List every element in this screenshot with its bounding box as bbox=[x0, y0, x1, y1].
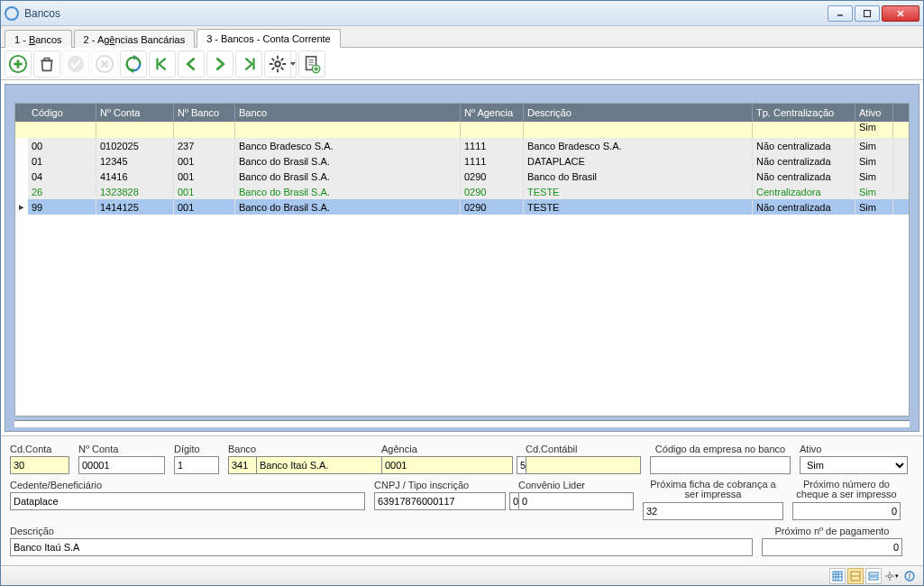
view-form-icon[interactable] bbox=[847, 568, 864, 584]
titlebar: Bancos bbox=[1, 1, 923, 26]
data-grid[interactable]: Código Nº Conta Nº Banco Banco Nº Agenci… bbox=[14, 103, 910, 417]
input-convenio[interactable] bbox=[518, 492, 634, 510]
cell-tpcentral: Não centralizada bbox=[753, 153, 855, 169]
new-document-button[interactable] bbox=[298, 50, 325, 78]
cell-descricao: Banco Bradesco S.A. bbox=[524, 138, 753, 153]
grid-panel: Código Nº Conta Nº Banco Banco Nº Agenci… bbox=[5, 84, 919, 432]
cell-nbanco: 001 bbox=[174, 199, 235, 215]
cell-ativo: Sim bbox=[855, 169, 893, 184]
input-cdconta[interactable] bbox=[10, 456, 69, 474]
input-proxpag[interactable] bbox=[762, 538, 902, 556]
input-nconta[interactable] bbox=[78, 456, 165, 474]
prev-button[interactable] bbox=[178, 50, 205, 78]
cell-banco: Banco do Brasil S.A. bbox=[235, 184, 461, 199]
label-descricao: Descrição bbox=[10, 526, 753, 536]
filter-banco[interactable] bbox=[235, 122, 461, 138]
svg-rect-28 bbox=[869, 572, 878, 575]
cell-nconta: 41416 bbox=[96, 169, 174, 184]
view-card-icon[interactable] bbox=[865, 568, 882, 584]
last-button[interactable] bbox=[235, 50, 262, 78]
cell-banco: Banco do Brasil S.A. bbox=[235, 199, 461, 215]
table-row[interactable]: 261323828001Banco do Brasil S.A.0290TEST… bbox=[28, 184, 909, 199]
cell-tpcentral: Centralizadora bbox=[753, 184, 855, 199]
delete-button[interactable] bbox=[33, 50, 60, 78]
window-title: Bancos bbox=[24, 7, 828, 20]
confirm-button bbox=[62, 50, 89, 78]
input-proxficha[interactable] bbox=[643, 502, 783, 520]
status-bar: ▾ i bbox=[1, 565, 923, 585]
tab-conta-corrente[interactable]: 3 - Bancos - Conta Corrente bbox=[197, 29, 341, 48]
cell-tpcentral: Não centralizada bbox=[753, 169, 855, 184]
input-cedente[interactable] bbox=[10, 492, 365, 510]
col-header-nagencia[interactable]: Nº Agencia bbox=[461, 104, 524, 122]
row-indicator: ▸ bbox=[15, 199, 28, 215]
info-icon[interactable]: i bbox=[901, 568, 918, 584]
cell-descricao: DATAPLACE bbox=[524, 153, 753, 169]
filter-ativo[interactable]: Sim bbox=[855, 122, 893, 138]
filter-nagencia[interactable] bbox=[461, 122, 524, 138]
close-button[interactable] bbox=[882, 5, 919, 22]
settings-button[interactable] bbox=[264, 50, 291, 78]
label-nconta: Nº Conta bbox=[78, 444, 165, 454]
tab-agencias[interactable]: 2 - Agências Bancárias bbox=[74, 30, 196, 48]
input-banco[interactable] bbox=[257, 456, 388, 474]
grid-horizontal-scroll[interactable] bbox=[14, 420, 910, 427]
window: Bancos 1 - Bancos 2 - Agências Bancárias… bbox=[0, 0, 924, 586]
tab-bar: 1 - Bancos 2 - Agências Bancárias 3 - Ba… bbox=[1, 26, 923, 48]
label-proxpag: Próximo nº de pagamento bbox=[762, 526, 902, 536]
col-header-nconta[interactable]: Nº Conta bbox=[96, 104, 174, 122]
select-ativo[interactable]: Sim bbox=[800, 456, 908, 474]
add-button[interactable] bbox=[5, 50, 32, 78]
filter-nconta[interactable] bbox=[96, 122, 174, 138]
input-agencia[interactable] bbox=[381, 456, 513, 474]
view-grid-icon[interactable] bbox=[829, 568, 846, 584]
svg-rect-29 bbox=[869, 577, 878, 580]
table-row[interactable]: 000102025237Banco Bradesco S.A.1111Banco… bbox=[28, 138, 909, 153]
table-row[interactable]: 0441416001Banco do Brasil S.A.0290Banco … bbox=[28, 169, 909, 184]
refresh-button[interactable] bbox=[120, 50, 147, 78]
cell-codigo: 00 bbox=[28, 138, 96, 153]
col-header-ativo[interactable]: Ativo bbox=[855, 104, 893, 122]
label-banco: Banco bbox=[228, 444, 372, 454]
col-header-tpcentral[interactable]: Tp. Centralização bbox=[753, 104, 855, 122]
table-row[interactable]: 0112345001Banco do Brasil S.A.1111DATAPL… bbox=[28, 153, 909, 169]
cell-banco: Banco do Brasil S.A. bbox=[235, 153, 461, 169]
input-cnpj[interactable] bbox=[374, 492, 506, 510]
row-indicator bbox=[15, 169, 28, 184]
filter-nbanco[interactable] bbox=[174, 122, 235, 138]
cell-codigo: 26 bbox=[28, 184, 96, 199]
col-header-banco[interactable]: Banco bbox=[235, 104, 461, 122]
tab-bancos[interactable]: 1 - Bancos bbox=[5, 30, 72, 48]
maximize-button[interactable] bbox=[855, 5, 880, 22]
label-proxficha: Próxima ficha de cobrança a ser impressa bbox=[643, 480, 783, 500]
filter-descricao[interactable] bbox=[524, 122, 753, 138]
filter-codigo[interactable] bbox=[28, 122, 96, 138]
cell-codigo: 01 bbox=[28, 153, 96, 169]
svg-rect-1 bbox=[865, 10, 871, 16]
cell-banco: Banco do Brasil S.A. bbox=[235, 169, 461, 184]
input-codempresa[interactable] bbox=[650, 456, 791, 474]
cell-nbanco: 237 bbox=[174, 138, 235, 153]
label-proxcheque: Próximo número do cheque a ser impresso bbox=[792, 480, 901, 500]
input-descricao[interactable] bbox=[10, 538, 753, 556]
row-indicator bbox=[15, 138, 28, 153]
status-settings-icon[interactable]: ▾ bbox=[883, 568, 900, 584]
next-button[interactable] bbox=[206, 50, 233, 78]
detail-form: Cd.Conta Nº Conta Dígito Banco Agência C… bbox=[1, 435, 923, 565]
settings-dropdown[interactable] bbox=[289, 50, 297, 78]
input-proxcheque[interactable] bbox=[792, 502, 901, 520]
input-cdcontabil[interactable] bbox=[526, 456, 641, 474]
svg-point-30 bbox=[888, 574, 892, 578]
table-row[interactable]: 991414125001Banco do Brasil S.A.0290TEST… bbox=[28, 199, 909, 215]
cell-descricao: TESTE bbox=[524, 184, 753, 199]
col-header-nbanco[interactable]: Nº Banco bbox=[174, 104, 235, 122]
cell-nbanco: 001 bbox=[174, 153, 235, 169]
input-digito[interactable] bbox=[174, 456, 219, 474]
first-button[interactable] bbox=[149, 50, 176, 78]
col-header-codigo[interactable]: Código bbox=[28, 104, 96, 122]
minimize-button[interactable] bbox=[828, 5, 853, 22]
filter-tpcentral[interactable] bbox=[753, 122, 855, 138]
col-header-descricao[interactable]: Descrição bbox=[524, 104, 753, 122]
cell-nbanco: 001 bbox=[174, 184, 235, 199]
input-nbanco[interactable] bbox=[228, 456, 257, 474]
